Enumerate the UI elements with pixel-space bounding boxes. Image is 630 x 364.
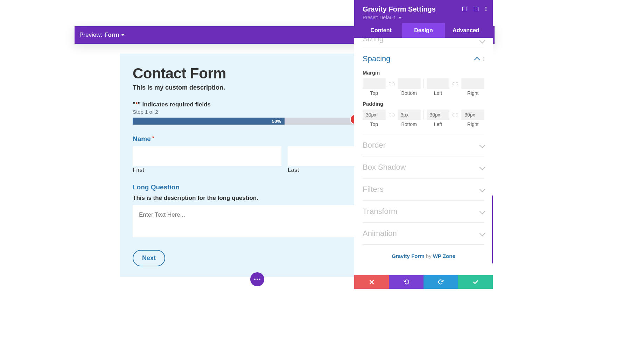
chevron-down-icon bbox=[479, 142, 485, 148]
chevron-down-icon bbox=[479, 209, 485, 215]
margin-label: Margin bbox=[363, 70, 484, 76]
chevron-down-icon bbox=[479, 164, 485, 170]
first-name-input[interactable] bbox=[133, 146, 281, 166]
chevron-down-icon bbox=[479, 38, 485, 43]
padding-label: Padding bbox=[363, 101, 484, 107]
progress-fill: 50% bbox=[133, 118, 285, 125]
margin-left-input[interactable] bbox=[427, 78, 450, 89]
panel-actions bbox=[354, 275, 493, 289]
panel-layout-icon[interactable] bbox=[474, 7, 478, 11]
expand-icon[interactable] bbox=[462, 7, 467, 11]
margin-bottom-input[interactable] bbox=[398, 78, 421, 89]
preset-dropdown[interactable]: Preset: Default bbox=[363, 15, 436, 20]
caret-down-icon bbox=[398, 17, 402, 19]
settings-panel: Gravity Form Settings Preset: Default Co… bbox=[354, 0, 493, 289]
tab-content[interactable]: Content bbox=[360, 23, 402, 38]
section-filters[interactable]: Filters bbox=[363, 178, 484, 201]
padding-left-input[interactable] bbox=[427, 110, 450, 120]
section-spacing: Spacing Margin bbox=[363, 48, 484, 134]
close-button[interactable] bbox=[354, 275, 389, 289]
link-wp-zone[interactable]: WP Zone bbox=[433, 253, 455, 259]
dots-fab[interactable] bbox=[250, 272, 264, 286]
link-icon[interactable] bbox=[388, 82, 395, 85]
padding-right-input[interactable] bbox=[461, 110, 484, 120]
caret-down-icon bbox=[121, 34, 125, 36]
link-icon[interactable] bbox=[388, 113, 395, 117]
link-gravity-form[interactable]: Gravity Form bbox=[392, 253, 424, 259]
link-icon[interactable] bbox=[452, 113, 458, 117]
undo-button[interactable] bbox=[389, 275, 424, 289]
section-sizing[interactable]: Sizing bbox=[363, 38, 484, 48]
chevron-down-icon bbox=[479, 187, 485, 192]
chevron-down-icon bbox=[479, 231, 485, 237]
first-label: First bbox=[133, 167, 281, 174]
panel-header: Gravity Form Settings Preset: Default bbox=[354, 0, 493, 23]
more-options-icon[interactable] bbox=[485, 7, 486, 11]
margin-top-input[interactable] bbox=[363, 78, 386, 89]
panel-title: Gravity Form Settings bbox=[363, 5, 436, 13]
preview-label: Preview: bbox=[79, 31, 102, 38]
panel-body: Sizing Spacing Margin bbox=[354, 38, 493, 275]
spacing-header[interactable]: Spacing bbox=[363, 48, 484, 70]
panel-tabs: Content Design Advanced bbox=[354, 23, 493, 38]
padding-bottom-input[interactable] bbox=[398, 110, 421, 120]
preview-target: Form bbox=[104, 31, 119, 38]
link-icon[interactable] bbox=[452, 82, 458, 85]
section-animation[interactable]: Animation bbox=[363, 223, 484, 245]
panel-credit: Gravity Form by WP Zone bbox=[363, 245, 484, 267]
scrollbar[interactable] bbox=[492, 195, 493, 264]
save-button[interactable] bbox=[458, 275, 493, 289]
section-transform[interactable]: Transform bbox=[363, 201, 484, 223]
tab-design[interactable]: Design bbox=[402, 23, 444, 38]
section-border[interactable]: Border bbox=[363, 134, 484, 156]
padding-top-input[interactable] bbox=[363, 110, 386, 120]
tab-advanced[interactable]: Advanced bbox=[445, 23, 487, 38]
more-icon[interactable] bbox=[483, 57, 484, 61]
redo-button[interactable] bbox=[424, 275, 458, 289]
section-box-shadow[interactable]: Box Shadow bbox=[363, 156, 484, 178]
next-button[interactable]: Next bbox=[133, 250, 165, 266]
margin-right-input[interactable] bbox=[461, 78, 484, 89]
chevron-up-icon bbox=[474, 57, 480, 63]
